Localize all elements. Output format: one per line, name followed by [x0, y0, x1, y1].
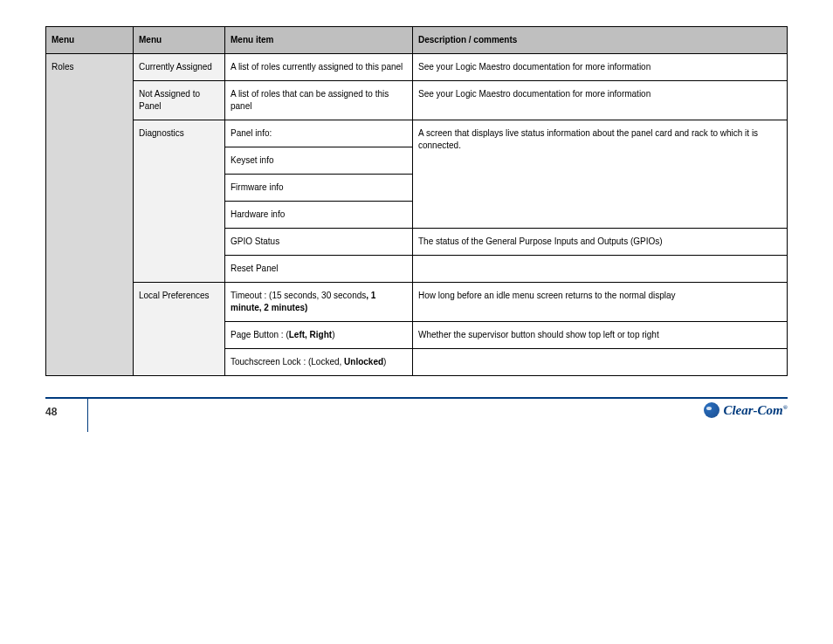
submenu-not-assigned: Not Assigned to Panel	[134, 81, 225, 120]
item-cell: GPIO Status	[225, 229, 413, 256]
page-number: 48	[45, 406, 57, 418]
brand-text: Clear-Com®	[723, 403, 788, 418]
item-prefix: Timeout : (15 seconds, 30 seconds	[231, 291, 366, 300]
header-row: Menu Menu Menu item Description / commen…	[46, 27, 788, 54]
desc-cell: The status of the General Purpose Inputs…	[413, 229, 788, 256]
submenu-currently-assigned: Currently Assigned	[134, 54, 225, 81]
header-c4: Description / comments	[413, 27, 788, 54]
table-row: Local Preferences Timeout : (15 seconds,…	[46, 283, 788, 322]
item-suffix: )	[332, 330, 334, 339]
desc-cell	[413, 256, 788, 283]
item-cell: Keyset info	[225, 147, 413, 175]
item-cell: Hardware info	[225, 202, 413, 229]
desc-cell	[413, 349, 788, 376]
menu-table: Menu Menu Menu item Description / commen…	[45, 26, 788, 376]
brand-logo: Clear-Com®	[704, 402, 788, 418]
item-cell: Touchscreen Lock : (Locked, Unlocked)	[225, 349, 413, 376]
item-cell: A list of roles currently assigned to th…	[225, 54, 413, 81]
item-cell: Firmware info	[225, 175, 413, 202]
header-c1: Menu	[46, 27, 134, 54]
desc-cell: Whether the supervisor button should sho…	[413, 322, 788, 349]
submenu-diagnostics: Diagnostics	[134, 120, 225, 283]
item-suffix: )	[383, 357, 386, 367]
item-cell: Reset Panel	[225, 256, 413, 283]
desc-cell: How long before an idle menu screen retu…	[413, 283, 788, 322]
item-cell: Timeout : (15 seconds, 30 seconds, 1 min…	[225, 283, 413, 322]
item-prefix: Touchscreen Lock : (Locked,	[231, 357, 344, 367]
desc-cell: A screen that displays live status infor…	[413, 120, 788, 229]
footer-divider	[87, 399, 88, 432]
globe-icon	[704, 402, 719, 418]
table-row: Roles Currently Assigned A list of roles…	[46, 54, 788, 81]
header-c2: Menu	[134, 27, 225, 54]
item-cell: Panel info:	[225, 120, 413, 147]
table-row: Diagnostics Panel info: A screen that di…	[46, 120, 788, 147]
menu-roles: Roles	[46, 54, 134, 376]
table-row: Not Assigned to Panel A list of roles th…	[46, 81, 788, 120]
footer-bar: 48 Clear-Com®	[45, 397, 788, 432]
desc-cell: See your Logic Maestro documentation for…	[413, 81, 788, 120]
item-prefix: Page Button : (	[231, 330, 289, 339]
submenu-local-preferences: Local Preferences	[134, 283, 225, 376]
header-c3: Menu item	[225, 27, 413, 54]
item-bold: Unlocked	[344, 357, 383, 367]
desc-cell: See your Logic Maestro documentation for…	[413, 54, 788, 81]
item-cell: A list of roles that can be assigned to …	[225, 81, 413, 120]
item-cell: Page Button : (Left, Right)	[225, 322, 413, 349]
item-bold: Left, Right	[289, 330, 332, 339]
